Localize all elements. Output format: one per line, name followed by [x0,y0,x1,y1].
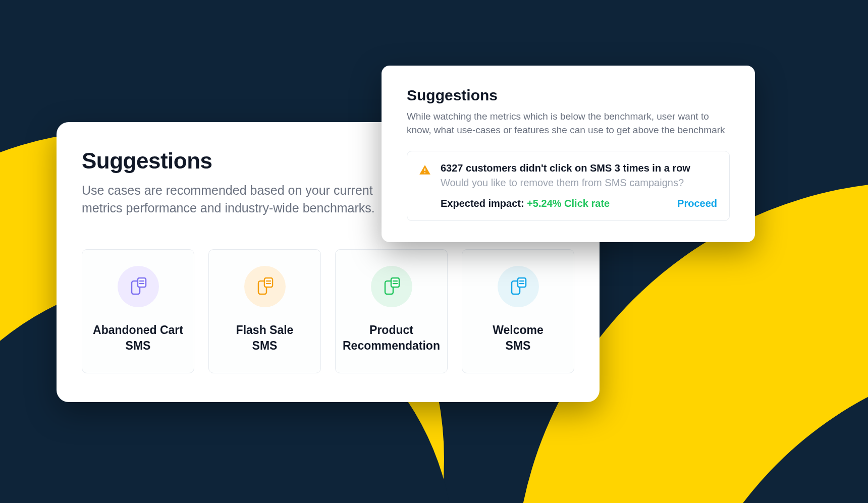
svg-rect-9 [391,278,399,287]
expected-impact: Expected impact: +5.24% Click rate [441,198,610,209]
usecase-label: Abandoned Cart SMS [87,322,189,354]
suggestions-detail-description: While watching the metrics which is belo… [407,110,730,137]
usecase-label: Product Recommendation [337,322,446,354]
suggestions-detail-title: Suggestions [407,87,730,104]
usecase-label: Welcome SMS [486,322,550,354]
sms-note-icon [498,266,539,307]
svg-rect-16 [424,169,425,171]
alert-headline: 6327 customers didn't click on SMS 3 tim… [441,162,717,174]
usecase-welcome[interactable]: Welcome SMS [462,249,574,373]
alert-question: Would you like to remove them from SMS c… [441,177,717,189]
usecase-grid: Abandoned Cart SMS Flash Sale SMS [82,249,574,373]
proceed-button[interactable]: Proceed [677,198,717,209]
svg-rect-13 [518,278,526,287]
warning-icon [418,163,431,179]
svg-rect-5 [264,278,273,287]
usecase-abandoned-cart[interactable]: Abandoned Cart SMS [82,249,194,373]
suggestions-detail-card: Suggestions While watching the metrics w… [382,66,755,242]
usecase-product-recommendation[interactable]: Product Recommendation [335,249,448,373]
impact-label: Expected impact: [441,198,527,209]
suggestions-subtitle: Use cases are recommended based on your … [82,182,395,217]
svg-rect-1 [138,278,146,287]
usecase-flash-sale[interactable]: Flash Sale SMS [208,249,321,373]
usecase-label: Flash Sale SMS [230,322,300,354]
sms-note-icon [371,266,412,307]
sms-note-icon [118,266,159,307]
suggestion-alert: 6327 customers didn't click on SMS 3 tim… [407,151,730,221]
svg-rect-17 [424,173,425,174]
impact-value: +5.24% Click rate [527,198,610,209]
sms-note-icon [244,266,286,307]
